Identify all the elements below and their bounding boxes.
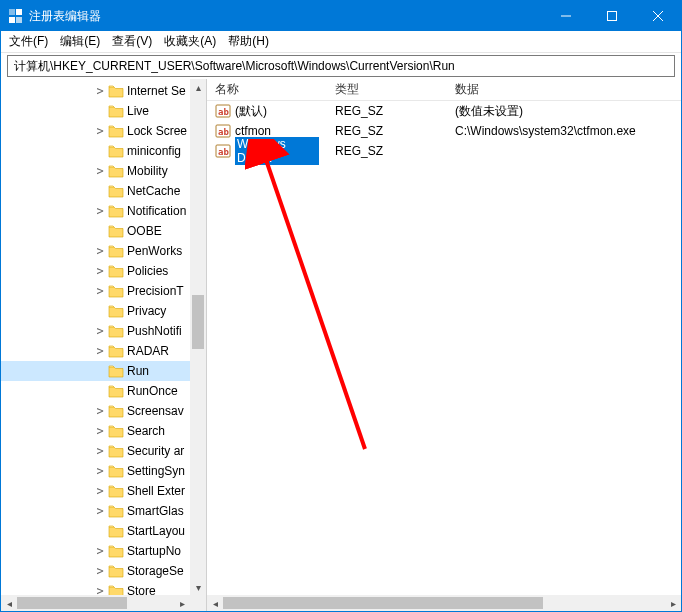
tree-item-security-ar[interactable]: >Security ar xyxy=(1,441,190,461)
close-button[interactable] xyxy=(635,1,681,31)
column-data[interactable]: 数据 xyxy=(447,79,681,100)
scroll-down-icon[interactable]: ▾ xyxy=(190,579,206,595)
content-area: >Internet Se Live>Lock Scree miniconfig>… xyxy=(1,79,681,611)
tree-item-live[interactable]: Live xyxy=(1,101,190,121)
menu-favorites[interactable]: 收藏夹(A) xyxy=(164,33,216,50)
tree-item-oobe[interactable]: OOBE xyxy=(1,221,190,241)
expand-icon[interactable] xyxy=(93,364,107,378)
value-type: REG_SZ xyxy=(327,124,447,138)
expand-icon[interactable] xyxy=(93,104,107,118)
column-name[interactable]: 名称 xyxy=(207,79,327,100)
maximize-button[interactable] xyxy=(589,1,635,31)
tree-item-shell-exter[interactable]: >Shell Exter xyxy=(1,481,190,501)
tree-item-runonce[interactable]: RunOnce xyxy=(1,381,190,401)
expand-icon[interactable] xyxy=(93,184,107,198)
expand-icon[interactable] xyxy=(93,144,107,158)
folder-icon xyxy=(108,164,124,178)
expand-icon[interactable]: > xyxy=(93,444,107,458)
expand-icon[interactable]: > xyxy=(93,484,107,498)
scroll-left-icon[interactable]: ◂ xyxy=(1,595,17,611)
tree-item-screensav[interactable]: >Screensav xyxy=(1,401,190,421)
tree-item-miniconfig[interactable]: miniconfig xyxy=(1,141,190,161)
expand-icon[interactable] xyxy=(93,384,107,398)
tree-item-privacy[interactable]: Privacy xyxy=(1,301,190,321)
value-list[interactable]: (默认)REG_SZ(数值未设置)ctfmonREG_SZC:\Windows\… xyxy=(207,101,681,161)
tree-item-label: Security ar xyxy=(125,444,184,458)
tree-scrollbar-vertical[interactable]: ▴ ▾ xyxy=(190,79,206,595)
expand-icon[interactable]: > xyxy=(93,404,107,418)
folder-icon xyxy=(108,224,124,238)
expand-icon[interactable]: > xyxy=(93,124,107,138)
tree-item-netcache[interactable]: NetCache xyxy=(1,181,190,201)
expand-icon[interactable]: > xyxy=(93,324,107,338)
scroll-right-icon[interactable]: ▸ xyxy=(174,595,190,611)
expand-icon[interactable]: > xyxy=(93,244,107,258)
expand-icon[interactable] xyxy=(93,304,107,318)
tree-item-label: StartLayou xyxy=(125,524,185,538)
menu-view[interactable]: 查看(V) xyxy=(112,33,152,50)
folder-icon xyxy=(108,84,124,98)
tree-item-lock-scree[interactable]: >Lock Scree xyxy=(1,121,190,141)
expand-icon[interactable]: > xyxy=(93,204,107,218)
expand-icon[interactable]: > xyxy=(93,344,107,358)
expand-icon[interactable]: > xyxy=(93,84,107,98)
tree-item-mobility[interactable]: >Mobility xyxy=(1,161,190,181)
tree-item-precisiont[interactable]: >PrecisionT xyxy=(1,281,190,301)
list-scrollbar-horizontal[interactable]: ◂ ▸ xyxy=(207,595,681,611)
menu-help[interactable]: 帮助(H) xyxy=(228,33,269,50)
scroll-thumb-horizontal[interactable] xyxy=(223,597,543,609)
expand-icon[interactable]: > xyxy=(93,464,107,478)
address-input[interactable]: 计算机\HKEY_CURRENT_USER\Software\Microsoft… xyxy=(7,55,675,77)
tree-item-penworks[interactable]: >PenWorks xyxy=(1,241,190,261)
scroll-right-icon[interactable]: ▸ xyxy=(665,595,681,611)
menu-edit[interactable]: 编辑(E) xyxy=(60,33,100,50)
column-header[interactable]: 名称 类型 数据 xyxy=(207,79,681,101)
expand-icon[interactable]: > xyxy=(93,164,107,178)
minimize-button[interactable] xyxy=(543,1,589,31)
expand-icon[interactable]: > xyxy=(93,264,107,278)
tree-item-radar[interactable]: >RADAR xyxy=(1,341,190,361)
scroll-up-icon[interactable]: ▴ xyxy=(190,79,206,95)
scroll-thumb-vertical[interactable] xyxy=(192,295,204,349)
tree-item-label: PushNotifi xyxy=(125,324,182,338)
folder-icon xyxy=(108,464,124,478)
tree-item-store[interactable]: >Store xyxy=(1,581,190,595)
value-type: REG_SZ xyxy=(327,144,447,158)
expand-icon[interactable]: > xyxy=(93,584,107,595)
folder-icon xyxy=(108,544,124,558)
expand-icon[interactable] xyxy=(93,524,107,538)
tree-scrollbar-horizontal[interactable]: ◂ ▸ xyxy=(1,595,190,611)
scroll-thumb-horizontal[interactable] xyxy=(17,597,127,609)
tree-item-notification[interactable]: >Notification xyxy=(1,201,190,221)
scroll-left-icon[interactable]: ◂ xyxy=(207,595,223,611)
tree-item-internet-se[interactable]: >Internet Se xyxy=(1,81,190,101)
folder-icon xyxy=(108,344,124,358)
values-pane: 名称 类型 数据 (默认)REG_SZ(数值未设置)ctfmonREG_SZC:… xyxy=(207,79,681,611)
expand-icon[interactable] xyxy=(93,224,107,238)
tree-item-label: SettingSyn xyxy=(125,464,185,478)
menu-file[interactable]: 文件(F) xyxy=(9,33,48,50)
column-type[interactable]: 类型 xyxy=(327,79,447,100)
tree-item-startupno[interactable]: >StartupNo xyxy=(1,541,190,561)
expand-icon[interactable]: > xyxy=(93,504,107,518)
tree-item-run[interactable]: Run xyxy=(1,361,190,381)
tree-item-policies[interactable]: >Policies xyxy=(1,261,190,281)
expand-icon[interactable]: > xyxy=(93,424,107,438)
expand-icon[interactable]: > xyxy=(93,284,107,298)
tree-item-pushnotifi[interactable]: >PushNotifi xyxy=(1,321,190,341)
title-bar[interactable]: 注册表编辑器 xyxy=(1,1,681,31)
tree-pane: >Internet Se Live>Lock Scree miniconfig>… xyxy=(1,79,207,611)
app-icon xyxy=(9,9,23,23)
value-row[interactable]: (默认)REG_SZ(数值未设置) xyxy=(207,101,681,121)
tree-item-label: Live xyxy=(125,104,149,118)
expand-icon[interactable]: > xyxy=(93,564,107,578)
tree-item-smartglas[interactable]: >SmartGlas xyxy=(1,501,190,521)
tree-item-startlayou[interactable]: StartLayou xyxy=(1,521,190,541)
tree-item-settingsyn[interactable]: >SettingSyn xyxy=(1,461,190,481)
tree-list[interactable]: >Internet Se Live>Lock Scree miniconfig>… xyxy=(1,79,190,595)
value-row[interactable]: Windows Defe...REG_SZ xyxy=(207,141,681,161)
tree-item-storagese[interactable]: >StorageSe xyxy=(1,561,190,581)
tree-item-search[interactable]: >Search xyxy=(1,421,190,441)
expand-icon[interactable]: > xyxy=(93,544,107,558)
folder-icon xyxy=(108,564,124,578)
